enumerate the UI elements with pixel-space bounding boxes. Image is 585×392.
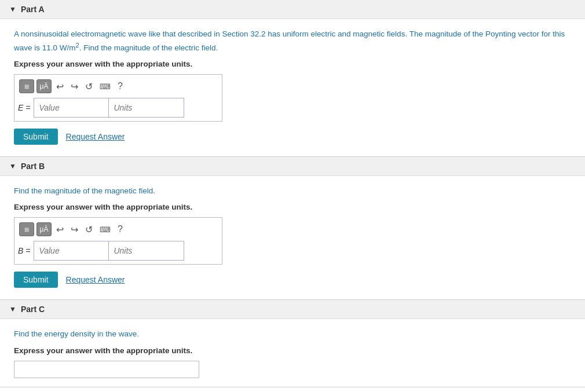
- part-a-refresh-icon[interactable]: ↺: [83, 79, 95, 93]
- part-a-keyboard-icon[interactable]: ⌨: [97, 79, 113, 93]
- part-c-content: Find the energy density in the wave. Exp…: [0, 319, 585, 386]
- part-b-help-icon[interactable]: ?: [115, 224, 125, 235]
- part-b-content: Find the magnitude of the magnetic field…: [0, 176, 585, 299]
- part-b-input-row: B =: [18, 241, 218, 261]
- part-a-value-input[interactable]: [34, 98, 109, 118]
- part-b-question: Find the magnitude of the magnetic field…: [14, 185, 571, 197]
- part-a-input-box: ⊞ μÄ ↩ ↪ ↺ ⌨ ? E =: [14, 74, 222, 122]
- part-b-submit-button[interactable]: Submit: [14, 272, 58, 288]
- part-b-instruction: Express your answer with the appropriate…: [14, 203, 571, 211]
- part-c-collapse-arrow[interactable]: ▼: [9, 305, 16, 313]
- part-b-units-input[interactable]: [109, 241, 184, 261]
- part-b-header: ▼ Part B: [0, 157, 585, 176]
- part-b-collapse-arrow[interactable]: ▼: [9, 162, 16, 170]
- part-c-question-text: Find the energy density in the wave.: [14, 329, 139, 338]
- part-b-input-box: ⊞ μÄ ↩ ↪ ↺ ⌨ ? B =: [14, 217, 222, 265]
- part-a-redo-icon[interactable]: ↪: [68, 79, 81, 93]
- part-a-label: E =: [18, 103, 30, 112]
- part-c-title: Part C: [21, 305, 45, 314]
- part-a-submit-button[interactable]: Submit: [14, 129, 58, 145]
- part-b-value-input[interactable]: [34, 241, 109, 261]
- part-c-question: Find the energy density in the wave.: [14, 328, 571, 340]
- part-a-undo-icon[interactable]: ↩: [54, 79, 66, 93]
- part-b-section: ▼ Part B Find the magnitude of the magne…: [0, 157, 585, 300]
- part-a-template-icon[interactable]: ⊞: [19, 79, 34, 93]
- part-a-content: A nonsinusoidal electromagnetic wave lik…: [0, 19, 585, 156]
- part-a-help-icon[interactable]: ?: [115, 81, 125, 91]
- part-b-keyboard-icon[interactable]: ⌨: [97, 222, 113, 236]
- part-a-input-row: E =: [18, 98, 218, 118]
- part-a-instruction: Express your answer with the appropriate…: [14, 60, 571, 68]
- part-b-label: B =: [18, 246, 30, 255]
- part-b-title: Part B: [21, 162, 45, 171]
- part-b-actions: Submit Request Answer: [14, 272, 571, 288]
- part-c-header: ▼ Part C: [0, 300, 585, 319]
- part-b-question-text: Find the magnitude of the magnetic field…: [14, 186, 155, 195]
- part-b-symbol-icon[interactable]: μÄ: [36, 222, 52, 236]
- part-a-symbol-icon[interactable]: μÄ: [36, 79, 52, 93]
- part-c-section: ▼ Part C Find the energy density in the …: [0, 300, 585, 387]
- part-b-toolbar: ⊞ μÄ ↩ ↪ ↺ ⌨ ?: [18, 221, 218, 237]
- part-a-units-input[interactable]: [109, 98, 184, 118]
- part-b-template-icon[interactable]: ⊞: [19, 222, 34, 236]
- part-a-section: ▼ Part A A nonsinusoidal electromagnetic…: [0, 0, 585, 157]
- part-a-question-text: A nonsinusoidal electromagnetic wave lik…: [14, 30, 565, 52]
- part-a-actions: Submit Request Answer: [14, 129, 571, 145]
- part-c-input-box: [14, 361, 199, 378]
- part-b-undo-icon[interactable]: ↩: [54, 222, 66, 236]
- part-a-request-answer-link[interactable]: Request Answer: [66, 132, 125, 141]
- part-a-question: A nonsinusoidal electromagnetic wave lik…: [14, 28, 571, 54]
- part-a-collapse-arrow[interactable]: ▼: [9, 5, 16, 13]
- part-c-instruction: Express your answer with the appropriate…: [14, 346, 571, 355]
- part-b-redo-icon[interactable]: ↪: [68, 222, 81, 236]
- part-b-request-answer-link[interactable]: Request Answer: [66, 275, 125, 284]
- part-b-refresh-icon[interactable]: ↺: [83, 222, 95, 236]
- part-a-title: Part A: [21, 5, 45, 14]
- part-a-header: ▼ Part A: [0, 0, 585, 19]
- part-a-toolbar: ⊞ μÄ ↩ ↪ ↺ ⌨ ?: [18, 78, 218, 94]
